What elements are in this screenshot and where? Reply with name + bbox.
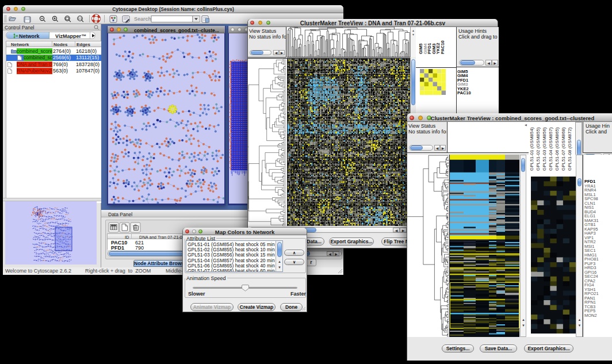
- svg-text:Search:: Search:: [134, 16, 153, 22]
- svg-text:GPL51-08 (GSM872): GPL51-08 (GSM872): [567, 127, 572, 171]
- svg-text:GPL51-02 (GSM855): GPL51-02 (GSM855): [536, 127, 541, 171]
- svg-text:GPL51-03 (GSM856): GPL51-03 (GSM856): [542, 127, 547, 171]
- svg-text:PAC10: PAC10: [440, 40, 445, 54]
- svg-text:GPL51-01 (GSM854): GPL51-01 (GSM854): [529, 127, 534, 171]
- svg-text:GPL51-07 (GSM868): GPL51-07 (GSM868): [561, 127, 566, 171]
- svg-text:GPL51-04 (GSM857): GPL51-04 (GSM857): [548, 127, 553, 171]
- svg-text:GPL51-06 (GSM865): GPL51-06 (GSM865): [554, 127, 560, 171]
- svg-text:1:1: 1:1: [78, 17, 82, 20]
